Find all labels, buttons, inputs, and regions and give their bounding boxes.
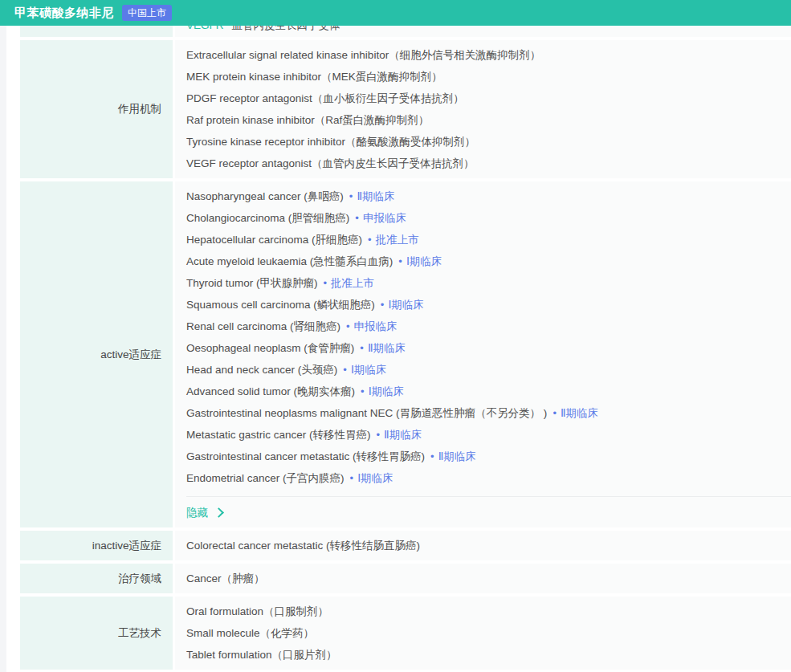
indication-item: Gastrointestinal cancer metastatic (转移性胃… xyxy=(186,446,791,467)
row-label-active-indications: active适应症 xyxy=(20,181,173,527)
bullet-icon: • xyxy=(381,299,385,311)
indication-item: Head and neck cancer (头颈癌)•Ⅰ期临床 xyxy=(186,359,791,381)
indication-item: Gastrointestinal neoplasms malignant NEC… xyxy=(186,402,791,424)
indication-item: Cholangiocarcinoma (胆管细胞癌)•申报临床 xyxy=(186,207,791,229)
section-divider xyxy=(186,496,791,497)
row-mechanism: 作用机制Extracellular signal related kinase … xyxy=(20,40,791,178)
indication-name: Oesophageal neoplasm (食管肿瘤) xyxy=(186,342,354,354)
indication-item: Metastatic gastric cancer (转移性胃癌)•Ⅱ期临床 xyxy=(186,424,791,446)
row-inactive-indications: inactive适应症Colorectal cancer metastatic … xyxy=(20,531,791,560)
clinical-status-link[interactable]: Ⅰ期临床 xyxy=(357,472,393,484)
row-label-technology: 工艺技术 xyxy=(20,597,173,670)
bullet-icon: • xyxy=(398,255,402,267)
indication-name: Nasopharyngeal cancer (鼻咽癌) xyxy=(186,190,344,202)
target-link[interactable]: VEGFR xyxy=(186,26,224,31)
clinical-status-link[interactable]: 批准上市 xyxy=(376,234,419,246)
attribute-item: Colorectal cancer metastatic (转移性结肠直肠癌) xyxy=(186,535,791,556)
target-desc: 血管内皮生长因子受体 xyxy=(232,26,340,31)
clinical-status-link[interactable]: Ⅱ期临床 xyxy=(561,407,598,419)
indication-name: Thyroid tumor (甲状腺肿瘤) xyxy=(186,277,318,289)
bullet-icon: • xyxy=(377,429,381,441)
content-mechanism: Extracellular signal related kinase inhi… xyxy=(175,40,791,178)
indication-item: Thyroid tumor (甲状腺肿瘤)•批准上市 xyxy=(186,272,791,294)
attribute-item: VEGF receptor antagonist（血管内皮生长因子受体拮抗剂） xyxy=(186,153,791,174)
indication-name: Squamous cell carcinoma (鳞状细胞癌) xyxy=(186,299,375,311)
bullet-icon: • xyxy=(350,472,354,484)
indication-item: Renal cell carcinoma (肾细胞癌)•申报临床 xyxy=(186,316,791,337)
bullet-icon: • xyxy=(430,450,434,462)
row-label-therapy-area: 治疗领域 xyxy=(20,564,173,593)
hide-toggle-button[interactable]: 隐藏 xyxy=(186,502,259,523)
indication-item: Nasopharyngeal cancer (鼻咽癌)•Ⅱ期临床 xyxy=(186,185,791,207)
market-status-badge: 中国上市 xyxy=(122,5,172,21)
chevron-right-icon xyxy=(214,507,224,518)
attribute-item: Small molecule（化学药） xyxy=(186,622,791,644)
clinical-status-link[interactable]: 申报临床 xyxy=(363,212,406,224)
indication-item: Hepatocellular carcinoma (肝细胞癌)•批准上市 xyxy=(186,229,791,250)
attribute-item: Raf protein kinase inhibitor（Raf蛋白激酶抑制剂） xyxy=(186,109,791,131)
attribute-item: Oral formulation（口服制剂） xyxy=(186,601,791,622)
indication-item: Acute myeloid leukaemia (急性髓系白血病)•Ⅰ期临床 xyxy=(186,250,791,272)
indication-name: Acute myeloid leukaemia (急性髓系白血病) xyxy=(186,255,393,267)
clinical-status-link[interactable]: Ⅱ期临床 xyxy=(384,429,422,441)
row-target-clipped: VEGFR血管内皮生长因子受体 xyxy=(20,26,791,37)
indication-name: Metastatic gastric cancer (转移性胃癌) xyxy=(186,429,371,441)
attribute-item: Tablet formulation（口服片剂） xyxy=(186,644,791,666)
row-active-indications: active适应症Nasopharyngeal cancer (鼻咽癌)•Ⅱ期临… xyxy=(20,181,791,527)
indication-item: Endometrial cancer (子宫内膜癌)•Ⅰ期临床 xyxy=(186,467,791,489)
indication-name: Renal cell carcinoma (肾细胞癌) xyxy=(186,320,340,332)
bullet-icon: • xyxy=(361,385,365,397)
app-header: 甲苯磺酸多纳非尼 中国上市 xyxy=(0,0,791,26)
attribute-item: Tyrosine kinase receptor inhibitor（酪氨酸激酶… xyxy=(186,131,791,153)
attribute-item: PDGF receptor antagonist（血小板衍生因子受体拮抗剂） xyxy=(186,88,791,109)
content-active-indications: Nasopharyngeal cancer (鼻咽癌)•Ⅱ期临床Cholangi… xyxy=(175,181,791,527)
indication-name: Gastrointestinal neoplasms malignant NEC… xyxy=(186,407,547,419)
drug-attribute-table: VEGFR血管内皮生长因子受体 作用机制Extracellular signal… xyxy=(20,26,791,672)
bullet-icon: • xyxy=(349,190,353,202)
clinical-status-link[interactable]: Ⅱ期临床 xyxy=(357,190,394,202)
indication-name: Gastrointestinal cancer metastatic (转移性胃… xyxy=(186,450,425,462)
indication-item: Advanced solid tumor (晚期实体瘤)•Ⅰ期临床 xyxy=(186,381,791,402)
page-gutter xyxy=(0,26,6,672)
content-inactive-indications: Colorectal cancer metastatic (转移性结肠直肠癌) xyxy=(175,531,791,560)
bullet-icon: • xyxy=(552,407,557,419)
clinical-status-link[interactable]: Ⅰ期临床 xyxy=(406,255,442,267)
indication-name: Cholangiocarcinoma (胆管细胞癌) xyxy=(186,212,349,224)
hide-toggle-label: 隐藏 xyxy=(186,502,208,523)
row-technology: 工艺技术Oral formulation（口服制剂）Small molecule… xyxy=(20,597,791,670)
clinical-status-link[interactable]: 批准上市 xyxy=(331,277,374,289)
indication-name: Endometrial cancer (子宫内膜癌) xyxy=(186,472,345,484)
clinical-status-link[interactable]: Ⅱ期临床 xyxy=(438,450,476,462)
attribute-item: Extracellular signal related kinase inhi… xyxy=(186,44,791,66)
content-technology: Oral formulation（口服制剂）Small molecule（化学药… xyxy=(175,597,791,670)
bullet-icon: • xyxy=(324,277,328,289)
drug-title: 甲苯磺酸多纳非尼 xyxy=(14,6,114,21)
indication-item: Squamous cell carcinoma (鳞状细胞癌)•Ⅰ期临床 xyxy=(186,294,791,316)
attribute-item: Cancer（肿瘤） xyxy=(186,568,791,589)
bullet-icon: • xyxy=(355,212,359,224)
clinical-status-link[interactable]: 申报临床 xyxy=(354,320,398,332)
attribute-item: MEK protein kinase inhibitor（MEK蛋白激酶抑制剂） xyxy=(186,66,791,88)
indication-name: Advanced solid tumor (晚期实体瘤) xyxy=(186,385,355,397)
indication-name: Hepatocellular carcinoma (肝细胞癌) xyxy=(186,234,362,246)
indication-item: Oesophageal neoplasm (食管肿瘤)•Ⅱ期临床 xyxy=(186,337,791,359)
bullet-icon: • xyxy=(360,342,364,354)
bullet-icon: • xyxy=(368,234,372,246)
target-content: VEGFR血管内皮生长因子受体 xyxy=(175,26,791,37)
row-label-inactive-indications: inactive适应症 xyxy=(20,531,173,560)
clinical-status-link[interactable]: Ⅰ期临床 xyxy=(369,385,404,397)
row-therapy-area: 治疗领域Cancer（肿瘤） xyxy=(20,564,791,593)
indication-name: Head and neck cancer (头颈癌) xyxy=(186,364,337,376)
row-label-target xyxy=(20,26,173,37)
bullet-icon: • xyxy=(343,364,347,376)
bullet-icon: • xyxy=(346,320,350,332)
row-label-mechanism: 作用机制 xyxy=(20,40,173,178)
clinical-status-link[interactable]: Ⅱ期临床 xyxy=(368,342,406,354)
clinical-status-link[interactable]: Ⅰ期临床 xyxy=(351,364,386,376)
content-therapy-area: Cancer（肿瘤） xyxy=(175,564,791,593)
clinical-status-link[interactable]: Ⅰ期临床 xyxy=(388,299,423,311)
target-item: VEGFR血管内皮生长因子受体 xyxy=(186,26,791,36)
